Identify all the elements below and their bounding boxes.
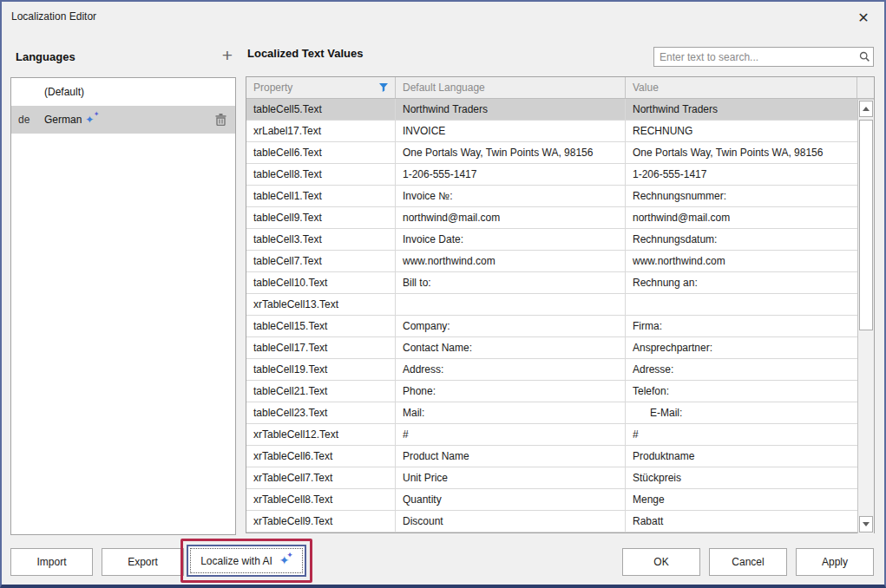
cell-default[interactable]: www.northwind.com — [396, 251, 626, 272]
cell-default[interactable]: Address: — [396, 359, 626, 381]
cell-property[interactable]: xrTableCell6.Text — [246, 446, 396, 467]
cell-default[interactable]: Invoice №: — [396, 186, 626, 207]
add-language-button[interactable]: + — [217, 45, 238, 66]
cell-default[interactable]: Quantity — [396, 489, 626, 511]
cell-value[interactable]: # — [626, 424, 874, 446]
cell-value[interactable]: One Portals Way, Twin Points WA, 98156 — [626, 142, 874, 164]
table-row[interactable]: tableCell19.TextAddress:Adresse: — [246, 359, 874, 381]
table-row[interactable]: xrTableCell12.Text## — [246, 424, 874, 446]
column-header-default-language[interactable]: Default Language — [396, 77, 626, 98]
table-row[interactable]: tableCell5.TextNorthwind TradersNorthwin… — [246, 99, 874, 121]
table-row[interactable]: tableCell21.TextPhone:Telefon: — [246, 381, 874, 402]
cell-default[interactable]: One Portals Way, Twin Points WA, 98156 — [396, 142, 626, 164]
cell-default[interactable]: Invoice Date: — [396, 229, 626, 251]
cell-default[interactable]: Discount — [396, 511, 626, 532]
scroll-down-icon[interactable] — [859, 516, 873, 532]
search-icon[interactable] — [856, 51, 873, 62]
table-row[interactable]: tableCell1.TextInvoice №:Rechnungsnummer… — [246, 186, 874, 207]
search-input[interactable] — [654, 51, 856, 63]
cell-value[interactable]: Ansprechpartner: — [626, 337, 874, 359]
table-row[interactable]: xrTableCell8.TextQuantityMenge — [246, 489, 874, 511]
cell-property[interactable]: tableCell21.Text — [246, 381, 396, 402]
table-row[interactable]: xrLabel17.TextINVOICERECHNUNG — [246, 121, 874, 142]
cell-default[interactable]: northwind@mail.com — [396, 207, 626, 229]
localize-with-ai-button[interactable]: Localize with AI ✦✦ — [187, 545, 306, 577]
cell-value[interactable]: Firma: — [626, 316, 874, 337]
cell-property[interactable]: tableCell3.Text — [246, 229, 396, 251]
cell-default[interactable]: Contact Name: — [396, 337, 626, 359]
cell-property[interactable]: tableCell5.Text — [246, 99, 396, 121]
table-row[interactable]: tableCell8.Text1-206-555-14171-206-555-1… — [246, 164, 874, 186]
table-row[interactable]: tableCell10.TextBill to:Rechnung an: — [246, 272, 874, 294]
vertical-scrollbar[interactable] — [857, 100, 874, 533]
scrollbar-thumb[interactable] — [859, 120, 873, 330]
cell-default[interactable]: Company: — [396, 316, 626, 337]
cell-value[interactable]: northwind@mail.com — [626, 207, 874, 229]
table-row[interactable]: xrTableCell7.TextUnit PriceStückpreis — [246, 467, 874, 489]
cell-property[interactable]: tableCell1.Text — [246, 186, 396, 207]
cell-default[interactable]: Unit Price — [396, 467, 626, 489]
cell-default[interactable]: 1-206-555-1417 — [396, 164, 626, 186]
cancel-button[interactable]: Cancel — [709, 548, 787, 576]
table-row[interactable]: xrTableCell6.TextProduct NameProduktname — [246, 446, 874, 467]
cell-property[interactable]: xrLabel17.Text — [246, 121, 396, 142]
apply-button[interactable]: Apply — [796, 548, 874, 576]
cell-default[interactable] — [396, 294, 626, 316]
export-button[interactable]: Export — [102, 548, 184, 576]
import-button[interactable]: Import — [10, 548, 93, 576]
ok-button[interactable]: OK — [622, 548, 700, 576]
cell-property[interactable]: xrTableCell8.Text — [246, 489, 396, 511]
cell-property[interactable]: tableCell9.Text — [246, 207, 396, 229]
cell-default[interactable]: Mail: — [396, 402, 626, 424]
column-header-value[interactable]: Value — [626, 77, 857, 98]
cell-default[interactable]: Phone: — [396, 381, 626, 402]
cell-property[interactable]: tableCell7.Text — [246, 251, 396, 272]
table-row[interactable]: tableCell3.TextInvoice Date:Rechnungsdat… — [246, 229, 874, 251]
cell-default[interactable]: INVOICE — [396, 121, 626, 142]
cell-value[interactable]: Rechnungsnummer: — [626, 186, 874, 207]
table-row[interactable]: tableCell17.TextContact Name:Ansprechpar… — [246, 337, 874, 359]
cell-value[interactable]: Adresse: — [626, 359, 874, 381]
cell-property[interactable]: xrTableCell9.Text — [246, 511, 396, 532]
cell-property[interactable]: tableCell8.Text — [246, 164, 396, 186]
table-row[interactable]: tableCell15.TextCompany:Firma: — [246, 316, 874, 337]
cell-default[interactable]: Northwind Traders — [396, 99, 626, 121]
cell-property[interactable]: tableCell10.Text — [246, 272, 396, 294]
close-icon[interactable]: ✕ — [853, 7, 874, 28]
cell-default[interactable]: Bill to: — [396, 272, 626, 294]
table-row[interactable]: tableCell6.TextOne Portals Way, Twin Poi… — [246, 142, 874, 164]
cell-property[interactable]: tableCell6.Text — [246, 142, 396, 164]
column-header-property[interactable]: Property — [246, 77, 396, 98]
cell-property[interactable]: xrTableCell12.Text — [246, 424, 396, 446]
cell-value[interactable]: Rechnung an: — [626, 272, 874, 294]
table-row[interactable]: tableCell7.Textwww.northwind.comwww.nort… — [246, 251, 874, 272]
cell-property[interactable]: tableCell15.Text — [246, 316, 396, 337]
cell-property[interactable]: xrTableCell7.Text — [246, 467, 396, 489]
table-row[interactable]: tableCell9.Textnorthwind@mail.comnorthwi… — [246, 207, 874, 229]
cell-value[interactable]: 1-206-555-1417 — [626, 164, 874, 186]
cell-value[interactable] — [626, 294, 874, 316]
filter-icon[interactable] — [379, 83, 388, 92]
cell-value[interactable]: Stückpreis — [626, 467, 874, 489]
cell-value[interactable]: Produktname — [626, 446, 874, 467]
cell-value[interactable]: RECHNUNG — [626, 121, 874, 142]
cell-property[interactable]: tableCell23.Text — [246, 402, 396, 424]
cell-default[interactable]: # — [396, 424, 626, 446]
delete-language-icon[interactable] — [215, 114, 226, 128]
cell-value[interactable]: E-Mail: — [626, 402, 874, 424]
scroll-up-icon[interactable] — [859, 101, 873, 117]
cell-property[interactable]: tableCell19.Text — [246, 359, 396, 381]
cell-value[interactable]: Rabatt — [626, 511, 874, 532]
cell-value[interactable]: Northwind Traders — [626, 99, 874, 121]
table-row[interactable]: xrTableCell9.TextDiscountRabatt — [246, 511, 874, 532]
language-item-default[interactable]: (Default) — [11, 78, 235, 106]
cell-value[interactable]: Telefon: — [626, 381, 874, 402]
language-item-german[interactable]: de German ✦✦ — [11, 106, 235, 134]
cell-value[interactable]: Rechnungsdatum: — [626, 229, 874, 251]
cell-value[interactable]: Menge — [626, 489, 874, 511]
cell-property[interactable]: xrTableCell13.Text — [246, 294, 396, 316]
table-row[interactable]: tableCell23.TextMail: E-Mail: — [246, 402, 874, 424]
table-row[interactable]: xrTableCell13.Text — [246, 294, 874, 316]
cell-value[interactable]: www.northwind.com — [626, 251, 874, 272]
cell-default[interactable]: Product Name — [396, 446, 626, 467]
